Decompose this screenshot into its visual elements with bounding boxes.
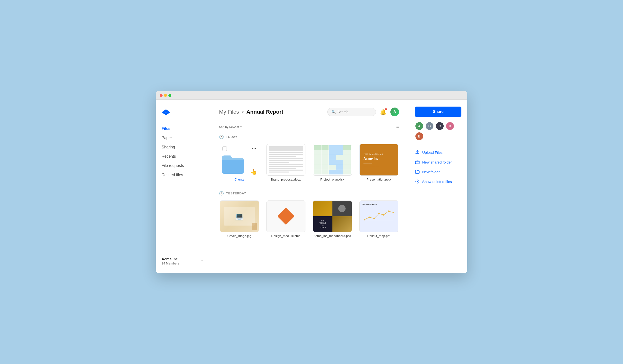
header: My Files > Annual Report 🔍 🔔 A [219, 107, 399, 116]
sort-chevron-icon: ▾ [240, 125, 242, 129]
folder-more-icon[interactable]: ··· [252, 146, 256, 151]
file-card-design-mock[interactable]: Design_mock.sketch [266, 200, 306, 238]
org-expand-icon[interactable]: ⌃ [200, 259, 203, 263]
toolbar: Sort by Newest ▾ ≡ [219, 124, 399, 130]
app-window: Files Paper Sharing Recents File request… [156, 91, 467, 273]
breadcrumb: My Files > Annual Report [219, 109, 283, 115]
doc-thumb-brand-proposal [267, 144, 305, 176]
jpg-thumb-cover-image: 💻 [220, 200, 259, 232]
sort-label: Sort by Newest [219, 125, 239, 129]
file-card-presentation[interactable]: 2017 Annual Report Acme Inc. ————— —————… [358, 144, 399, 181]
org-name: Acme Inc [162, 257, 179, 261]
file-name-cover-image: Cover_image.jpg [227, 234, 251, 238]
sidebar-item-deleted-files[interactable]: Deleted files [162, 170, 203, 180]
sketch-thumb-design-mock [267, 200, 305, 232]
show-deleted-icon [415, 179, 420, 184]
breadcrumb-parent[interactable]: My Files [219, 109, 239, 115]
collaborator-avatar-4[interactable]: D [445, 122, 454, 130]
file-card-acme-moodboard[interactable]: THEWORLDISYOURS Acme_inc_moodboard.psd [312, 200, 353, 238]
cursor-pointer: 👆 [250, 169, 257, 175]
sidebar-item-recents[interactable]: Recents [162, 152, 203, 161]
collaborator-avatar-1[interactable]: A [415, 122, 424, 130]
new-shared-folder-label: New shared folder [422, 160, 452, 164]
share-button[interactable]: Share [415, 107, 461, 117]
right-panel: Share A B C D E [409, 100, 467, 273]
sidebar-item-sharing[interactable]: Sharing [162, 143, 203, 152]
breadcrumb-current: Annual Report [246, 109, 283, 115]
maximize-button[interactable] [168, 94, 171, 97]
collaborator-avatar-2[interactable]: B [425, 122, 434, 130]
view-toggle-button[interactable]: ≡ [396, 124, 399, 130]
sort-button[interactable]: Sort by Newest ▾ [219, 125, 242, 129]
file-grid-today: ··· 👆 Clients [219, 144, 399, 181]
notification-dot [385, 108, 387, 110]
section-today-header: 🕐 TODAY [219, 134, 399, 139]
svg-point-7 [378, 213, 380, 214]
svg-point-8 [383, 214, 384, 215]
main-content: My Files > Annual Report 🔍 🔔 A [209, 100, 409, 273]
file-name-acme-moodboard: Acme_inc_moodboard.psd [313, 234, 351, 238]
section-yesterday-label: YESTERDAY [226, 192, 246, 195]
folder-checkbox[interactable] [222, 147, 227, 151]
show-deleted-files-label: Show deleted files [422, 180, 452, 184]
file-name-clients: Clients [235, 178, 244, 181]
breadcrumb-arrow: > [241, 109, 244, 115]
file-name-project-plan: Project_plan.xlsx [320, 178, 344, 181]
clock-icon: 🕐 [219, 134, 224, 139]
file-card-rollout-map[interactable]: Planned Rollout [358, 200, 399, 238]
section-today-label: TODAY [226, 135, 238, 139]
sketch-diamond-icon [277, 208, 294, 225]
file-name-presentation: Presentation.pptx [366, 178, 391, 181]
section-yesterday-header: 🕐 YESTERDAY [219, 191, 399, 196]
svg-rect-12 [415, 161, 419, 164]
sidebar-nav: Files Paper Sharing Recents File request… [162, 124, 203, 180]
sidebar-item-paper[interactable]: Paper [162, 133, 203, 143]
search-box[interactable]: 🔍 [327, 108, 376, 116]
search-icon: 🔍 [332, 110, 335, 114]
show-deleted-files-action[interactable]: Show deleted files [415, 177, 461, 186]
clock-icon-2: 🕐 [219, 191, 224, 196]
upload-files-action[interactable]: Upload Files [415, 148, 461, 157]
svg-point-4 [364, 219, 365, 220]
file-name-design-mock: Design_mock.sketch [271, 234, 301, 238]
sidebar: Files Paper Sharing Recents File request… [156, 100, 209, 273]
sidebar-item-files[interactable]: Files [162, 124, 203, 133]
close-button[interactable] [160, 94, 163, 97]
pres-thumb-presentation: 2017 Annual Report Acme Inc. ————— —————… [359, 144, 398, 176]
new-folder-label: New folder [422, 170, 440, 174]
upload-files-label: Upload Files [422, 150, 443, 154]
notification-button[interactable]: 🔔 [380, 109, 386, 115]
org-members: 34 Members [162, 261, 179, 265]
svg-point-10 [393, 212, 394, 213]
sidebar-footer: Acme Inc 34 Members ⌃ [162, 251, 203, 265]
file-card-cover-image[interactable]: 💻 Cover_image.jpg [219, 200, 260, 238]
user-avatar[interactable]: A [390, 107, 399, 116]
svg-point-6 [373, 218, 375, 219]
new-folder-action[interactable]: New folder [415, 167, 461, 177]
file-name-rollout-map: Rollout_map.pdf [367, 234, 390, 238]
file-card-clients[interactable]: ··· 👆 Clients [219, 144, 260, 181]
collaborator-avatar-3[interactable]: C [435, 122, 444, 130]
upload-icon [415, 150, 420, 155]
new-shared-folder-action[interactable]: New shared folder [415, 157, 461, 167]
svg-point-5 [368, 216, 370, 218]
collaborator-avatar-5[interactable]: E [415, 132, 424, 141]
svg-point-15 [417, 181, 418, 182]
collaborators-list: A B C D E [415, 122, 461, 141]
file-grid-yesterday: 💻 Cover_image.jpg Design_mock.sket [219, 200, 399, 238]
file-card-project-plan[interactable]: Project_plan.xlsx [312, 144, 353, 181]
sidebar-item-file-requests[interactable]: File requests [162, 161, 203, 170]
sheet-thumb-project-plan [313, 144, 352, 176]
minimize-button[interactable] [164, 94, 167, 97]
svg-point-9 [388, 211, 389, 212]
titlebar [156, 91, 467, 100]
svg-point-13 [417, 160, 418, 161]
file-card-brand-proposal[interactable]: Brand_proposal.docx [266, 144, 306, 181]
file-name-brand-proposal: Brand_proposal.docx [271, 178, 301, 181]
new-folder-icon [415, 169, 420, 174]
psd-thumb-acme-moodboard: THEWORLDISYOURS [313, 200, 352, 232]
pdf-thumb-rollout-map: Planned Rollout [359, 200, 398, 232]
search-input[interactable] [337, 110, 372, 114]
dropbox-logo [162, 107, 203, 117]
traffic-lights [160, 94, 171, 97]
